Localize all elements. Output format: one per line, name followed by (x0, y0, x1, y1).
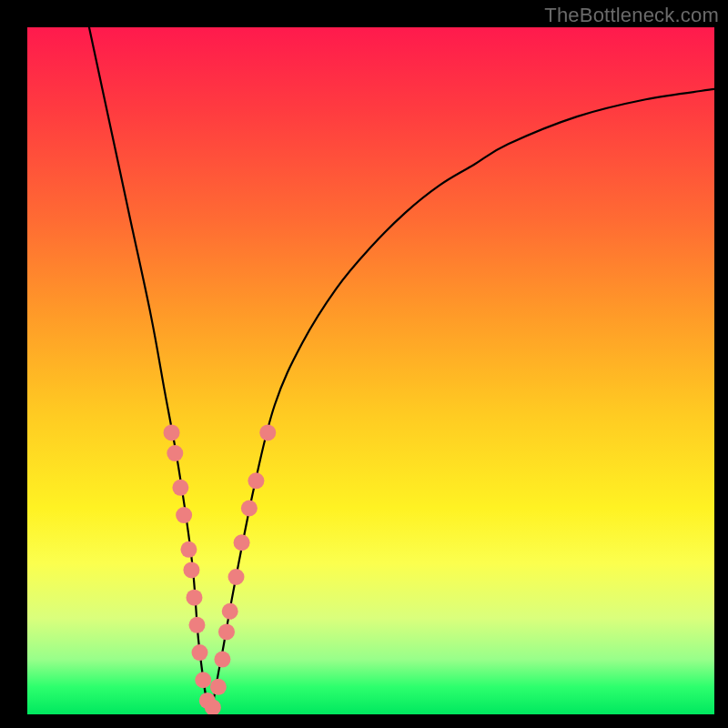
sample-dot (167, 445, 183, 461)
sample-dot (164, 424, 180, 440)
sample-dot (186, 590, 202, 606)
plot-area (27, 27, 714, 714)
sample-dot (192, 644, 208, 661)
sample-dot (259, 424, 276, 440)
sample-dot (214, 652, 230, 668)
bottleneck-curve (89, 27, 714, 708)
sample-dot (222, 603, 238, 620)
sample-dot (176, 507, 192, 523)
sample-dot (248, 472, 264, 489)
sample-dot (228, 569, 245, 585)
watermark-text: TheBottleneck.com (544, 4, 719, 27)
sample-dot (210, 679, 227, 695)
chart-frame: TheBottleneck.com (0, 0, 728, 728)
sample-dot (180, 541, 197, 558)
curve-layer (27, 27, 714, 714)
sample-dot (183, 561, 199, 578)
sample-dot (172, 480, 188, 496)
sample-dot (218, 623, 235, 640)
sample-dot (188, 617, 205, 633)
sample-dot (195, 672, 211, 688)
sample-dot (234, 534, 250, 551)
sample-dot (241, 500, 258, 517)
